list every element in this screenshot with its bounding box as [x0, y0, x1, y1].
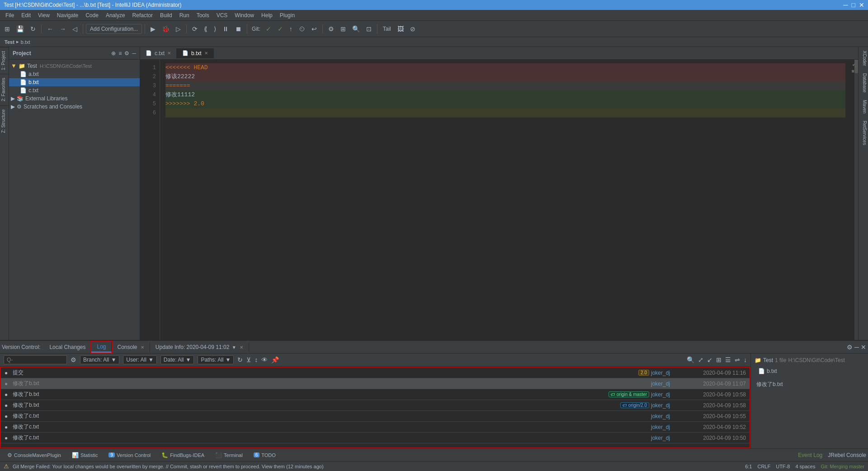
- toolbar-find-icon[interactable]: 🔍: [349, 24, 363, 34]
- toolbar-btn7[interactable]: ⟩: [211, 24, 219, 34]
- menu-tools[interactable]: Tools: [193, 11, 213, 19]
- scrollbar-thumb[interactable]: [854, 60, 858, 73]
- log-search-icon[interactable]: 🔍: [687, 356, 694, 363]
- vc-minimize-icon[interactable]: ─: [854, 344, 859, 351]
- toolbar-block-icon[interactable]: ⊘: [407, 24, 418, 34]
- tool-version-control[interactable]: 9 Version Control: [103, 451, 156, 460]
- encoding[interactable]: UTF-8: [776, 464, 790, 469]
- log-entry-3[interactable]: ● 修改了b.txt 🏷 origin/2.0 joker_dj 2020-04…: [1, 400, 750, 411]
- tab-btxt-close[interactable]: ✕: [204, 51, 208, 56]
- project-panel-sync-icon[interactable]: ⊕: [111, 50, 116, 57]
- date-filter[interactable]: Date: All ▼: [160, 355, 194, 364]
- console-close[interactable]: ✕: [141, 345, 144, 350]
- indent[interactable]: 4 spaces: [795, 464, 815, 469]
- toolbar-sync-icon[interactable]: ↻: [28, 24, 38, 34]
- log-settings-icon[interactable]: ⚙: [71, 356, 76, 363]
- tool-console-maven[interactable]: ⚙ ConsoleMavenPlugin: [2, 450, 66, 460]
- menu-code[interactable]: Code: [82, 11, 102, 19]
- log-arrow-down-icon[interactable]: ↓: [744, 356, 747, 363]
- git-revert-icon[interactable]: ↩: [309, 24, 320, 34]
- scrollbar-track[interactable]: [854, 60, 858, 340]
- project-panel-settings-icon[interactable]: ⚙: [124, 50, 129, 57]
- vc-file-item[interactable]: 📄 b.txt: [755, 367, 864, 375]
- log-list-icon[interactable]: ☰: [725, 356, 731, 363]
- menu-file[interactable]: File: [2, 11, 18, 19]
- tab-console[interactable]: Console ✕: [112, 342, 150, 352]
- sidebar-xcoder[interactable]: XCoder: [859, 47, 868, 70]
- toolbar-forward-icon[interactable]: →: [57, 24, 69, 34]
- menu-plugin[interactable]: Plugin: [276, 11, 298, 19]
- branch-filter[interactable]: Branch: All ▼: [80, 355, 119, 364]
- toolbar-bookmark-icon[interactable]: ⊞: [338, 24, 349, 34]
- sidebar-retservices[interactable]: RetServices: [859, 117, 868, 149]
- editor-tab-ctxt[interactable]: 📄 c.txt ✕: [140, 48, 177, 58]
- line-separator[interactable]: CRLF: [757, 464, 770, 469]
- minimize-button[interactable]: ─: [844, 1, 848, 9]
- tree-external-libraries[interactable]: ▶ 📚 External Libraries: [9, 94, 140, 103]
- maximize-button[interactable]: □: [852, 1, 855, 9]
- tail-label[interactable]: Tail: [380, 24, 394, 34]
- git-history-icon[interactable]: ⏲: [296, 24, 308, 34]
- tab-1-project[interactable]: 1: Project: [0, 47, 9, 74]
- toolbar-save-icon[interactable]: 💾: [14, 24, 27, 34]
- toolbar-btn8[interactable]: ⏸: [220, 24, 231, 34]
- tab-log[interactable]: Log: [91, 342, 112, 353]
- tool-todo[interactable]: 6 TODO: [248, 451, 281, 460]
- menu-edit[interactable]: Edit: [18, 11, 34, 19]
- git-push-icon[interactable]: ↑: [287, 24, 295, 34]
- toolbar-coverage-icon[interactable]: ▷: [173, 24, 184, 34]
- window-controls[interactable]: ─ □ ✕: [844, 1, 864, 9]
- toolbar-find2-icon[interactable]: ⊡: [363, 24, 374, 34]
- menu-analyze[interactable]: Analyze: [102, 11, 129, 19]
- vc-settings-icon[interactable]: ⚙: [847, 344, 853, 351]
- project-panel-minimize-icon[interactable]: ─: [132, 50, 136, 57]
- log-pin-icon[interactable]: 📌: [271, 356, 279, 363]
- toolbar-run-icon[interactable]: ▶: [148, 24, 158, 34]
- log-entry-2[interactable]: ● 修改了b.txt 🏷 origin & master joker_dj 20…: [1, 389, 750, 400]
- tree-file-ctxt[interactable]: 📄 c.txt: [9, 86, 140, 94]
- tool-statistic[interactable]: 📊 Statistic: [66, 450, 104, 460]
- update-info-dropdown[interactable]: ▼: [232, 345, 236, 350]
- toolbar-back-icon[interactable]: ←: [44, 24, 56, 34]
- menu-refactor[interactable]: Refactor: [129, 11, 156, 19]
- menu-help[interactable]: Help: [258, 11, 276, 19]
- editor-tab-btxt[interactable]: 📄 b.txt ✕: [177, 48, 214, 58]
- toolbar-debug-icon[interactable]: 🐞: [159, 24, 172, 34]
- cursor-position[interactable]: 6:1: [745, 464, 752, 469]
- log-eye-icon[interactable]: 👁: [261, 356, 268, 363]
- menu-vcs[interactable]: VCS: [213, 11, 231, 19]
- log-refresh-icon[interactable]: ↻: [237, 356, 243, 363]
- toolbar-settings-icon[interactable]: ⚙: [326, 24, 337, 34]
- menu-navigate[interactable]: Navigate: [53, 11, 82, 19]
- log-collapse-icon[interactable]: ⊻: [246, 356, 251, 363]
- git-checkmark-icon[interactable]: ✓: [263, 24, 274, 34]
- log-entry-6[interactable]: ● 修改了c.txt joker_dj 2020-04-09 10:50: [1, 433, 750, 443]
- menu-view[interactable]: View: [34, 11, 53, 19]
- jrebel-console-link[interactable]: JRebel Console: [828, 452, 866, 458]
- log-search-input[interactable]: [4, 355, 67, 364]
- breadcrumb-file[interactable]: b.txt: [21, 39, 30, 45]
- sidebar-database[interactable]: Database: [859, 70, 868, 96]
- toolbar-btn9[interactable]: ⏹: [232, 24, 244, 34]
- tab-z-structure[interactable]: Z: Structure: [0, 105, 9, 137]
- tree-root[interactable]: ▼ 📁 Test H:\CSDN\Git\Code\Test: [9, 61, 140, 70]
- vcs-status[interactable]: Git: Merging master: [821, 464, 864, 469]
- log-down-icon[interactable]: ↙: [707, 356, 712, 363]
- git-update-icon[interactable]: ✓: [275, 24, 286, 34]
- close-button[interactable]: ✕: [859, 1, 864, 9]
- tree-file-btxt[interactable]: 📄 b.txt: [9, 78, 140, 86]
- log-expand-icon[interactable]: ⤢: [698, 356, 703, 363]
- log-right-icons[interactable]: ⇌: [735, 356, 740, 363]
- menu-run[interactable]: Run: [176, 11, 193, 19]
- log-entry-5[interactable]: ● 修改了c.txt joker_dj 2020-04-09 10:52: [1, 422, 750, 433]
- tab-local-changes[interactable]: Local Changes: [44, 342, 91, 352]
- log-grid-icon[interactable]: ⊞: [716, 356, 722, 363]
- toolbar-project-icon[interactable]: ⊞: [2, 24, 13, 34]
- tree-scratches[interactable]: ▶ ⚙ Scratches and Consoles: [9, 103, 140, 111]
- tool-terminal[interactable]: ⬛ Terminal: [210, 450, 248, 460]
- tab-ctxt-close[interactable]: ✕: [167, 51, 171, 56]
- add-configuration-button[interactable]: Add Configuration...: [86, 24, 142, 34]
- tab-2-favorites[interactable]: 2: Favorites: [0, 74, 9, 105]
- toolbar-btn6[interactable]: ⟪: [201, 24, 210, 34]
- user-filter[interactable]: User: All ▼: [123, 355, 157, 364]
